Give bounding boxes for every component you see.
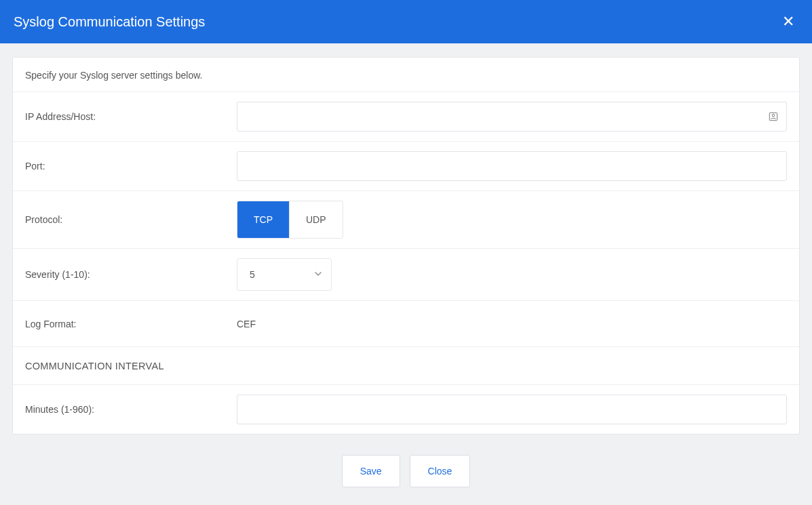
protocol-tcp-button[interactable]: TCP	[237, 201, 290, 238]
close-button[interactable]: Close	[410, 455, 471, 487]
severity-value: 5	[250, 269, 255, 280]
row-ip-address: IP Address/Host:	[13, 92, 799, 142]
close-icon[interactable]: ✕	[778, 12, 798, 32]
protocol-udp-button[interactable]: UDP	[290, 201, 343, 238]
protocol-toggle: TCP UDP	[237, 201, 343, 239]
label-minutes: Minutes (1-960):	[25, 404, 237, 415]
severity-select[interactable]: 5	[237, 258, 332, 291]
label-port: Port:	[25, 161, 237, 171]
save-button[interactable]: Save	[342, 455, 400, 487]
row-section-comm-interval: COMMUNICATION INTERVAL	[13, 347, 799, 385]
row-log-format: Log Format: CEF	[13, 301, 799, 347]
dialog-title: Syslog Communication Settings	[14, 14, 205, 30]
row-protocol: Protocol: TCP UDP	[13, 191, 799, 249]
row-minutes: Minutes (1-960):	[13, 385, 799, 434]
label-protocol: Protocol:	[25, 214, 237, 225]
row-port: Port:	[13, 142, 799, 191]
section-title-communication-interval: COMMUNICATION INTERVAL	[25, 361, 164, 371]
ip-address-input[interactable]	[237, 102, 787, 132]
label-severity: Severity (1-10):	[25, 269, 237, 280]
log-format-value: CEF	[237, 319, 256, 329]
label-ip-address: IP Address/Host:	[25, 111, 237, 122]
label-log-format: Log Format:	[25, 319, 237, 329]
port-input[interactable]	[237, 151, 787, 181]
row-severity: Severity (1-10): 5	[13, 249, 799, 301]
dialog-titlebar: Syslog Communication Settings ✕	[0, 0, 812, 43]
instruction-text: Specify your Syslog server settings belo…	[13, 58, 799, 92]
minutes-input[interactable]	[237, 395, 787, 424]
footer-actions: Save Close	[0, 448, 812, 505]
settings-panel: Specify your Syslog server settings belo…	[12, 57, 800, 435]
